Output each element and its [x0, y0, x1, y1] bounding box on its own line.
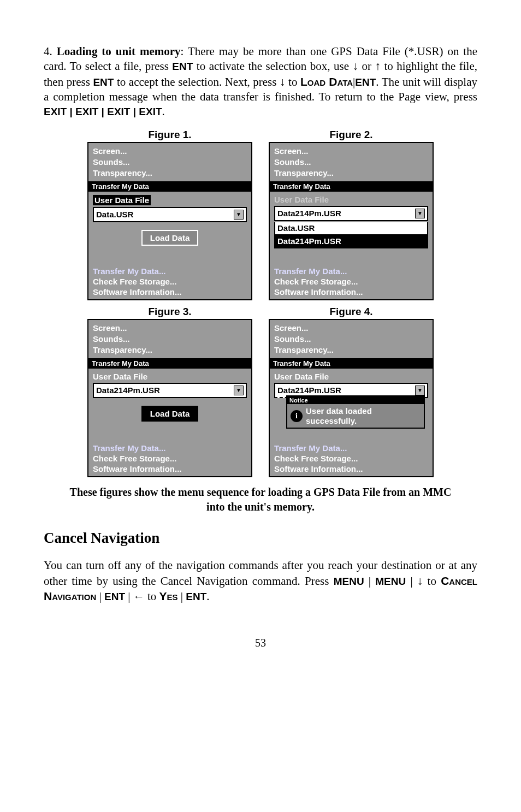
- field-label: User Data File: [93, 372, 247, 381]
- menu-item: Check Free Storage...: [93, 454, 247, 464]
- menu-item: Check Free Storage...: [274, 454, 428, 464]
- menu-item: Sounds...: [93, 157, 247, 168]
- menu-item: Transfer My Data...: [93, 443, 247, 454]
- keycap-menu-2: MENU: [375, 576, 406, 587]
- para-bold-title: Loading to unit memory: [57, 45, 181, 58]
- figure-4: Figure 4. Screen... Sounds... Transparen…: [269, 306, 434, 477]
- popup-body: User Data File Data.USR ▼ Load Data: [88, 192, 251, 246]
- load-data-button[interactable]: Load Data: [141, 230, 199, 246]
- menu-item: Transparency...: [274, 168, 428, 179]
- figure-3: Figure 3. Screen... Sounds... Transparen…: [87, 306, 252, 477]
- popup-title: Transfer My Data: [270, 181, 433, 192]
- notice-title: Notice: [287, 396, 424, 404]
- panel-2: Screen... Sounds... Transparency... Tran…: [269, 142, 434, 300]
- menu-top: Screen... Sounds... Transparency...: [270, 143, 433, 180]
- cn-p2: | ↓ to: [406, 574, 441, 588]
- menu-item: Software Information...: [274, 287, 428, 298]
- field-label: User Data File: [93, 195, 151, 205]
- chevron-down-icon[interactable]: ▼: [415, 209, 425, 218]
- menu-bottom: Transfer My Data... Check Free Storage..…: [93, 443, 247, 474]
- cn-period: .: [206, 590, 209, 603]
- figure-4-label: Figure 4.: [269, 306, 434, 318]
- sc-yes: Yes: [159, 590, 178, 602]
- popup-body: User Data File Data214Pm.USR ▼ Load Data: [88, 369, 251, 422]
- figures-grid: Figure 1. Screen... Sounds... Transparen…: [87, 129, 434, 477]
- notice-line-2: successfully.: [306, 416, 372, 425]
- menu-item: Transparency...: [93, 168, 247, 179]
- field-label: User Data File: [274, 195, 428, 204]
- menu-top: Screen... Sounds... Transparency...: [88, 320, 251, 357]
- notice-dialog: Notice i User data loaded successfully.: [286, 395, 425, 429]
- chevron-down-icon[interactable]: ▼: [234, 386, 244, 395]
- panel-3: Screen... Sounds... Transparency... Tran…: [87, 319, 252, 477]
- sc-load-data: Load Data: [300, 75, 353, 88]
- popup-title: Transfer My Data: [270, 358, 433, 369]
- popup-body: User Data File Data214Pm.USR ▼: [270, 369, 433, 398]
- cn-p5: |: [178, 590, 186, 603]
- menu-item: Transfer My Data...: [93, 266, 247, 277]
- menu-bottom: Transfer My Data... Check Free Storage..…: [274, 266, 428, 297]
- menu-item: Transparency...: [274, 345, 428, 355]
- keycap-menu-1: MENU: [334, 576, 364, 587]
- keycap-ent-2: ENT: [186, 591, 206, 602]
- menu-item: Software Information...: [274, 464, 428, 475]
- combo-value: Data214Pm.USR: [96, 386, 160, 395]
- notice-text: User data loaded successfully.: [306, 406, 372, 425]
- combo-value: Data214Pm.USR: [277, 209, 341, 218]
- keycap-ent-3: ENT: [355, 76, 376, 88]
- menu-item: Transfer My Data...: [274, 266, 428, 277]
- paragraph-cancel-nav: You can turn off any of the navigation c…: [44, 558, 477, 604]
- combo-value: Data214Pm.USR: [277, 386, 341, 395]
- para-period: .: [162, 105, 165, 118]
- dropdown-option[interactable]: Data.USR: [274, 222, 428, 235]
- figure-1-label: Figure 1.: [87, 129, 252, 141]
- panel-4: Screen... Sounds... Transparency... Tran…: [269, 319, 434, 477]
- combo-file[interactable]: Data214Pm.USR ▼: [93, 383, 247, 398]
- keycap-ent-2: ENT: [93, 76, 114, 88]
- menu-item: Screen...: [274, 146, 428, 157]
- menu-item: Screen...: [93, 146, 247, 157]
- menu-item: Transparency...: [93, 345, 247, 355]
- menu-item: Screen...: [274, 323, 428, 334]
- menu-top: Screen... Sounds... Transparency...: [270, 320, 433, 357]
- keycap-ent: ENT: [104, 591, 125, 602]
- menu-bottom: Transfer My Data... Check Free Storage..…: [274, 443, 428, 474]
- figure-3-label: Figure 3.: [87, 306, 252, 318]
- info-icon: i: [291, 410, 303, 422]
- combo-value: Data.USR: [96, 210, 133, 219]
- menu-item: Software Information...: [93, 464, 247, 475]
- menu-item: Check Free Storage...: [93, 277, 247, 287]
- menu-item: Transfer My Data...: [274, 443, 428, 454]
- menu-item: Screen...: [93, 323, 247, 334]
- dropdown-option-selected[interactable]: Data214Pm.USR: [274, 235, 428, 248]
- figure-2: Figure 2. Screen... Sounds... Transparen…: [269, 129, 434, 300]
- page-number: 53: [44, 637, 477, 649]
- figure-1: Figure 1. Screen... Sounds... Transparen…: [87, 129, 252, 300]
- combo-file[interactable]: Data214Pm.USR ▼: [274, 206, 428, 221]
- chevron-down-icon[interactable]: ▼: [234, 210, 244, 220]
- paragraph-loading: 4. Loading to unit memory: There may be …: [44, 44, 477, 119]
- figure-caption: These figures show the menu sequence for…: [66, 485, 455, 514]
- menu-item: Sounds...: [274, 334, 428, 345]
- notice-line-1: User data loaded: [306, 406, 372, 416]
- keycap-ent-1: ENT: [172, 61, 193, 72]
- cn-p4: | ← to: [125, 590, 159, 603]
- keycap-exit-seq: EXIT | EXIT | EXIT | EXIT: [44, 106, 162, 117]
- para-lead: 4.: [44, 45, 57, 58]
- load-data-button[interactable]: Load Data: [141, 406, 199, 422]
- popup-body: User Data File Data214Pm.USR ▼ Data.USR …: [270, 192, 433, 248]
- menu-bottom: Transfer My Data... Check Free Storage..…: [93, 266, 247, 297]
- menu-item: Sounds...: [93, 334, 247, 345]
- cn-p3: |: [96, 590, 104, 603]
- cn-p1: |: [364, 574, 376, 588]
- combo-file[interactable]: Data.USR ▼: [93, 207, 247, 222]
- notice-body: i User data loaded successfully.: [287, 404, 424, 428]
- popup-title: Transfer My Data: [88, 181, 251, 192]
- chevron-down-icon[interactable]: ▼: [415, 386, 425, 395]
- section-heading-cancel-navigation: Cancel Navigation: [44, 530, 477, 547]
- menu-item: Check Free Storage...: [274, 277, 428, 287]
- menu-top: Screen... Sounds... Transparency...: [88, 143, 251, 180]
- popup-title: Transfer My Data: [88, 358, 251, 369]
- menu-item: Sounds...: [274, 157, 428, 168]
- figure-2-label: Figure 2.: [269, 129, 434, 141]
